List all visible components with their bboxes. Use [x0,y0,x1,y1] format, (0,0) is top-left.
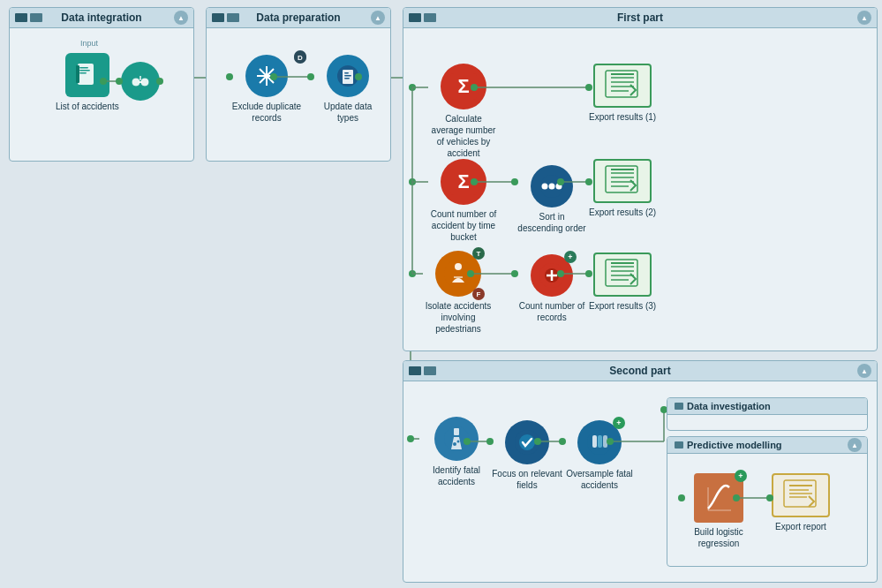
svg-point-105 [457,441,460,443]
svg-rect-22 [79,72,87,74]
input-label: Input [80,39,98,48]
svg-rect-103 [454,428,459,435]
node-identify-fatal-label: Identify fatal accidents [421,464,492,487]
node-export3[interactable]: Export results (3) [589,253,656,312]
svg-rect-19 [78,64,94,85]
svg-point-59 [549,184,555,190]
node-exclude-duplicate[interactable]: U D Exclude duplicate records [231,55,302,124]
node-export2[interactable]: Export results (2) [589,159,656,218]
svg-rect-109 [592,435,597,448]
panel-icon-5 [409,13,421,22]
node-count-records[interactable]: + Count number of records [516,254,587,323]
panel-data-preparation: Data preparation ▲ [206,7,391,162]
node-count-records-label: Count number of records [516,300,587,323]
node-update-data-types[interactable]: Update data types [313,55,383,124]
svg-rect-41 [344,78,350,79]
panel-data-prep-collapse[interactable]: ▲ [371,11,385,25]
node-build-logistic[interactable]: + Build logistic regression [683,473,754,549]
panel-data-integration-title: Data integration [61,11,141,24]
node-focus-relevant-label: Focus on relevant fields [492,468,562,491]
node-list-of-accidents[interactable]: List of accidents [56,53,119,112]
panel-first-part-collapse[interactable]: ▲ [857,11,871,25]
node-exclude-duplicate-label: Exclude duplicate records [231,101,302,124]
node-isolate-accidents-label: Isolate accidents involving pedestrians [423,300,494,335]
panel-predictive-modelling-title: Predictive modelling [687,440,782,450]
svg-point-97 [409,270,416,277]
panel-icon-8 [424,366,436,375]
node-isolate-accidents[interactable]: T F Isolate accidents involving pedestri… [423,251,494,335]
svg-rect-20 [79,67,88,69]
node-export3-label: Export results (3) [589,300,656,312]
panel-first-part: First part ▲ Σ Calculate average number … [403,7,878,351]
svg-point-60 [556,184,562,190]
panel-second-part-header: Second part ▲ [403,361,877,381]
panel-icon-7 [409,366,421,375]
node-export-report-label: Export report [775,521,826,532]
panel-collapse-btn[interactable]: ▲ [174,11,188,25]
node-calc-average[interactable]: Σ Calculate average number of vehicles b… [428,64,499,159]
mini-icon-1 [675,403,683,410]
panel-icon-1 [15,13,27,22]
panel-second-part: Second part ▲ Identify fata [403,360,878,583]
svg-point-104 [453,442,456,446]
node-sort-descending-label: Sort in descending order [516,211,587,234]
node-calc-average-label: Calculate average number of vehicles by … [428,113,499,159]
panel-data-investigation: Data investigation [667,397,868,431]
node-list-of-accidents-label: List of accidents [56,101,119,112]
node-count-accident-time[interactable]: Σ Count number of accident by time bucke… [428,159,499,243]
svg-rect-23 [76,65,79,83]
svg-rect-21 [79,70,90,72]
panel-data-integration-header: Data integration ▲ [10,8,193,28]
panel-data-preparation-header: Data preparation ▲ [207,8,390,28]
panel-icon-2 [30,13,42,22]
svg-rect-39 [344,72,349,74]
svg-point-96 [409,178,416,185]
node-identify-fatal[interactable]: Identify fatal accidents [421,417,492,487]
panel-second-part-title: Second part [609,365,670,377]
svg-point-58 [542,184,548,190]
panel-data-preparation-title: Data preparation [256,11,340,24]
svg-point-113 [407,435,414,442]
svg-rect-27 [139,76,141,80]
panel-data-integration: Data integration ▲ Input Li [9,7,194,162]
svg-point-95 [409,84,416,91]
panel-icon-4 [227,13,239,22]
panel-first-part-header: First part ▲ [403,8,877,28]
panel-first-part-title: First part [617,11,663,24]
svg-rect-110 [598,435,602,448]
svg-point-68 [455,263,462,270]
node-build-logistic-label: Build logistic regression [683,526,754,549]
svg-rect-40 [344,75,351,77]
node-update-data-types-label: Update data types [313,101,383,124]
panel-icon-3 [212,13,224,22]
node-oversample-fatal-label: Oversample fatal accidents [564,468,635,491]
node-sort-descending[interactable]: Sort in descending order [516,165,587,234]
svg-rect-38 [343,70,353,84]
panel-predictive-modelling: Predictive modelling ▲ [667,436,868,567]
svg-rect-26 [139,81,142,83]
node-search[interactable] [121,62,160,101]
svg-text:Σ: Σ [457,170,469,192]
panel-predictive-modelling-header: Predictive modelling ▲ [667,437,867,454]
node-export-report[interactable]: Export report [772,473,830,532]
panel-data-investigation-title: Data investigation [687,401,771,411]
badge-d: D [294,51,306,64]
panel-data-investigation-header: Data investigation [667,398,867,415]
node-export1-label: Export results (1) [589,111,656,123]
svg-rect-111 [603,435,607,448]
panel-second-part-collapse[interactable]: ▲ [857,364,871,378]
node-export1[interactable]: Export results (1) [589,64,656,123]
node-export2-label: Export results (2) [589,207,656,218]
predictive-modelling-collapse[interactable]: ▲ [848,438,862,452]
node-focus-relevant[interactable]: Focus on relevant fields [492,420,562,491]
svg-text:Σ: Σ [457,75,469,97]
node-count-accident-time-label: Count number of accident by time bucket [428,208,499,243]
mini-icon-2 [675,441,683,449]
node-oversample-fatal[interactable]: + Oversample fatal accidents [564,420,635,491]
panel-icon-6 [424,13,436,22]
workflow-canvas: Data integration ▲ Input Li [0,0,882,588]
